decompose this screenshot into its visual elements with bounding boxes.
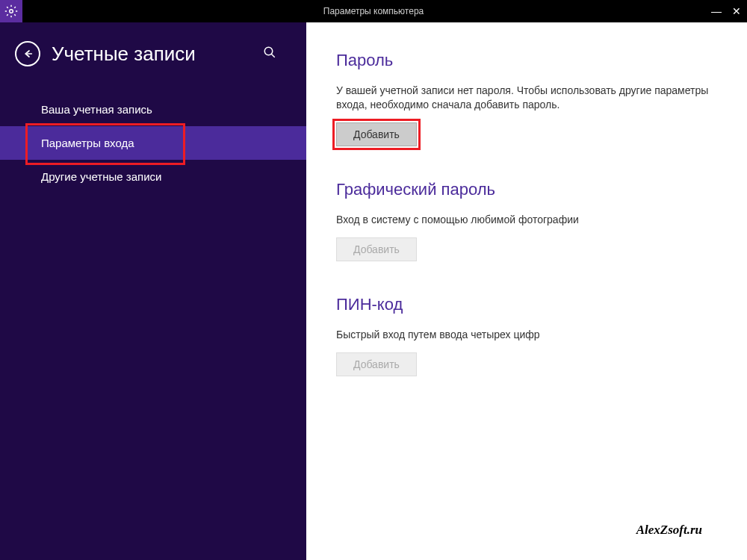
titlebar: Параметры компьютера — ✕ <box>0 0 747 22</box>
window-title: Параметры компьютера <box>323 6 424 16</box>
back-button[interactable] <box>15 41 40 66</box>
nav-list: Ваша учетная запись Параметры входа Друг… <box>0 93 306 193</box>
picture-add-button: Добавить <box>336 237 417 261</box>
sidebar-item-other-accounts[interactable]: Другие учетные записи <box>0 160 306 193</box>
picture-description: Вход в систему с помощью любимой фотогра… <box>336 213 717 227</box>
password-heading: Пароль <box>336 51 717 70</box>
pin-section: ПИН-код Быстрый вход путем ввода четырех… <box>336 295 717 376</box>
sidebar-header: Учетные записи <box>0 41 306 81</box>
svg-point-1 <box>264 47 273 55</box>
watermark: AlexZsoft.ru <box>636 523 702 538</box>
window-controls: — ✕ <box>711 5 741 17</box>
minimize-button[interactable]: — <box>711 5 722 17</box>
password-section: Пароль У вашей учетной записи нет пароля… <box>336 51 717 146</box>
svg-point-0 <box>10 10 13 13</box>
svg-line-2 <box>271 54 275 57</box>
pin-description: Быстрый вход путем ввода четырех цифр <box>336 328 717 342</box>
sidebar: Учетные записи Ваша учетная запись Парам… <box>0 22 306 560</box>
page-title: Учетные записи <box>52 43 196 66</box>
content-pane: Пароль У вашей учетной записи нет пароля… <box>306 22 747 560</box>
password-add-button[interactable]: Добавить <box>336 122 417 146</box>
pin-heading: ПИН-код <box>336 295 717 314</box>
picture-password-section: Графический пароль Вход в систему с помо… <box>336 180 717 261</box>
sidebar-item-signin-options[interactable]: Параметры входа <box>0 126 306 160</box>
sidebar-item-your-account[interactable]: Ваша учетная запись <box>0 93 306 126</box>
close-button[interactable]: ✕ <box>732 5 741 17</box>
pin-add-button: Добавить <box>336 352 417 376</box>
search-button[interactable] <box>263 46 276 62</box>
password-description: У вашей учетной записи нет пароля. Чтобы… <box>336 84 717 112</box>
picture-heading: Графический пароль <box>336 180 717 199</box>
settings-app-icon <box>0 0 22 22</box>
